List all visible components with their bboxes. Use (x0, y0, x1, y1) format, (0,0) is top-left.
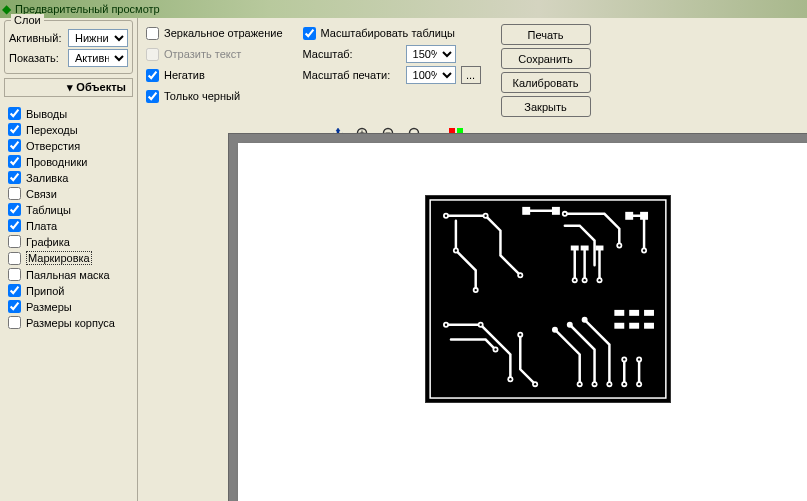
svg-point-61 (519, 274, 521, 276)
svg-rect-48 (614, 323, 624, 329)
object-label: Маркировка (26, 251, 92, 265)
object-checkbox[interactable] (8, 139, 21, 152)
object-checkbox[interactable] (8, 219, 21, 232)
show-layer-select[interactable]: Активный (68, 49, 128, 67)
svg-point-68 (509, 378, 511, 380)
calibrate-button[interactable]: Калибровать (501, 72, 591, 93)
object-checkbox[interactable] (8, 123, 21, 136)
object-item: Размеры корпуса (6, 315, 131, 330)
titlebar: ◆ Предварительный просмотр (0, 0, 807, 18)
mirror-label: Зеркальное отражение (164, 27, 283, 39)
black-only-checkbox[interactable] (146, 90, 159, 103)
objects-checklist: ВыводыПереходыОтверстияПроводникиЗаливка… (4, 103, 133, 333)
object-item: Плата (6, 218, 131, 233)
object-item: Связи (6, 186, 131, 201)
scale-tables-label: Масштабировать таблицы (321, 27, 455, 39)
svg-rect-24 (571, 246, 579, 251)
print-scale-label: Масштаб печати: (303, 69, 401, 81)
object-checkbox[interactable] (8, 235, 21, 248)
object-label: Таблицы (26, 204, 71, 216)
svg-point-64 (598, 279, 600, 281)
object-label: Заливка (26, 172, 68, 184)
svg-point-63 (583, 279, 585, 281)
active-layer-select[interactable]: Нижний (68, 29, 128, 47)
svg-point-70 (519, 333, 521, 335)
close-button[interactable]: Закрыть (501, 96, 591, 117)
sidebar: Слои Активный: Нижний Показать: Активный… (0, 18, 138, 501)
svg-rect-26 (596, 246, 604, 251)
pcb-preview (425, 195, 671, 403)
svg-rect-25 (581, 246, 589, 251)
layers-group: Слои Активный: Нижний Показать: Активный (4, 20, 133, 74)
svg-point-62 (574, 279, 576, 281)
object-label: Паяльная маска (26, 269, 110, 281)
object-label: Связи (26, 188, 57, 200)
main: Слои Активный: Нижний Показать: Активный… (0, 18, 807, 501)
negative-label: Негатив (164, 69, 205, 81)
svg-point-72 (579, 383, 581, 385)
negative-checkbox[interactable] (146, 69, 159, 82)
content-area: Зеркальное отражение Отразить текст Нега… (138, 18, 807, 501)
layers-group-title: Слои (11, 14, 44, 26)
object-label: Размеры корпуса (26, 317, 115, 329)
black-only-label: Только черный (164, 90, 240, 102)
object-item: Маркировка (6, 250, 131, 266)
scale-tables-checkbox[interactable] (303, 27, 316, 40)
object-item: Заливка (6, 170, 131, 185)
svg-point-74 (608, 383, 610, 385)
svg-rect-50 (644, 323, 654, 329)
object-checkbox[interactable] (8, 316, 21, 329)
object-label: Выводы (26, 108, 67, 120)
object-checkbox[interactable] (8, 300, 21, 313)
object-checkbox[interactable] (8, 268, 21, 281)
object-item: Выводы (6, 106, 131, 121)
object-label: Плата (26, 220, 57, 232)
scale-label: Масштаб: (303, 48, 401, 60)
svg-rect-18 (552, 207, 560, 215)
svg-rect-49 (629, 323, 639, 329)
svg-rect-17 (522, 207, 530, 215)
object-label: Переходы (26, 124, 78, 136)
object-item: Таблицы (6, 202, 131, 217)
preview-area[interactable] (228, 133, 807, 501)
object-item: Переходы (6, 122, 131, 137)
options-bar: Зеркальное отражение Отразить текст Нега… (138, 18, 807, 123)
svg-rect-46 (629, 310, 639, 316)
svg-point-78 (638, 383, 640, 385)
object-label: Отверстия (26, 140, 80, 152)
svg-point-58 (618, 244, 620, 246)
svg-point-76 (638, 358, 640, 360)
svg-point-73 (593, 383, 595, 385)
object-label: Графика (26, 236, 70, 248)
objects-toggle[interactable]: ▾ Объекты (4, 78, 133, 97)
object-item: Паяльная маска (6, 267, 131, 282)
mirror-checkbox[interactable] (146, 27, 159, 40)
active-label: Активный: (9, 32, 64, 44)
object-item: Отверстия (6, 138, 131, 153)
svg-point-69 (494, 348, 496, 350)
save-button[interactable]: Сохранить (501, 48, 591, 69)
object-checkbox[interactable] (8, 203, 21, 216)
scale-select[interactable]: 150% (406, 45, 456, 63)
svg-rect-31 (640, 212, 648, 220)
object-checkbox[interactable] (8, 155, 21, 168)
svg-rect-13 (426, 196, 670, 402)
print-button[interactable]: Печать (501, 24, 591, 45)
print-scale-select[interactable]: 100% (406, 66, 456, 84)
object-checkbox[interactable] (8, 284, 21, 297)
object-checkbox[interactable] (8, 171, 21, 184)
svg-rect-47 (644, 310, 654, 316)
show-label: Показать: (9, 52, 64, 64)
object-checkbox[interactable] (8, 252, 21, 265)
svg-point-55 (445, 215, 447, 217)
svg-point-66 (445, 324, 447, 326)
svg-point-60 (475, 289, 477, 291)
print-scale-browse-button[interactable]: ... (461, 66, 481, 84)
svg-point-59 (455, 249, 457, 251)
preview-page (238, 143, 807, 501)
object-checkbox[interactable] (8, 187, 21, 200)
object-label: Проводники (26, 156, 87, 168)
object-item: Графика (6, 234, 131, 249)
object-item: Проводники (6, 154, 131, 169)
object-checkbox[interactable] (8, 107, 21, 120)
